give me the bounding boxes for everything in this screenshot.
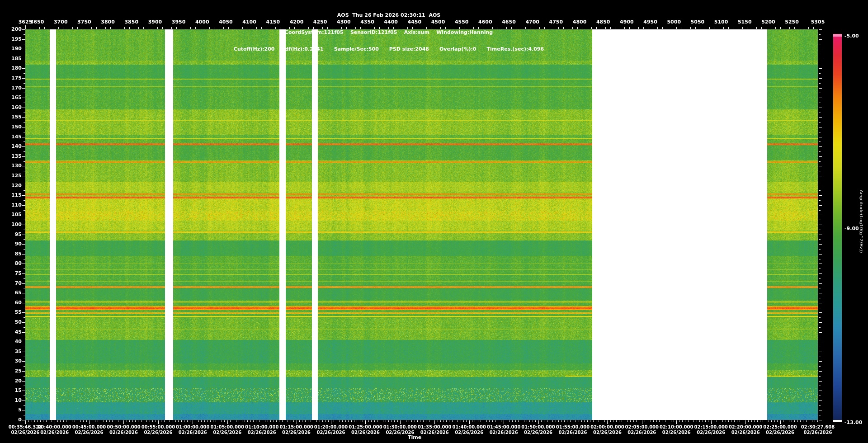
top-axis-tick-label: 4400 [384,19,398,25]
top-axis-tick-label: 4500 [431,19,445,25]
top-axis-tick-label: 4650 [502,19,516,25]
bottom-axis-date-label: 02/26/2026 [179,430,207,435]
top-axis-tick-label: 4050 [219,19,233,25]
left-axis-tick-label: 115 [5,193,22,198]
left-axis-tick-label: 145 [5,134,22,140]
top-axis-tick-label: 5250 [785,19,799,25]
left-axis-tick-label: 65 [5,290,22,296]
top-axis-tick-label: 5000 [667,19,681,25]
bottom-axis-date-label: 02/26/2026 [490,430,518,435]
header: AOS Thu 26 Feb 2026 02:30:11 AOS CoordSy… [0,1,778,58]
left-axis-tick-label: 180 [5,66,22,71]
colorbar-tick-min: -13.00 [844,420,862,425]
top-axis-tick-label: 4550 [455,19,469,25]
top-axis-tick-label: 3850 [124,19,138,25]
top-axis-tick-label: 4950 [643,19,657,25]
bottom-axis-time-label: 01:40:00.000 [453,424,486,429]
bottom-axis-date-label: 02/26/2026 [524,430,552,435]
top-axis-tick-label: 3900 [148,19,162,25]
top-axis-tick-label: 3750 [77,19,91,25]
bottom-axis-time-label: 00:55:00.000 [142,424,175,429]
bottom-axis-date-label: 02/26/2026 [351,430,380,435]
left-axis-tick-label: 0 [5,417,22,423]
top-axis-tick-label: 4850 [596,19,610,25]
left-axis-tick-label: 185 [5,56,22,61]
left-axis-tick-label: 120 [5,183,22,189]
bottom-axis-time-label: 01:20:00.000 [314,424,348,429]
top-axis-tick-label: 4900 [620,19,634,25]
left-axis-tick-label: 5 [5,407,22,413]
bottom-axis-date-label: 02/26/2026 [213,430,241,435]
bottom-axis-date-label: 02/26/2026 [662,430,691,435]
bottom-axis-time-label: 02:30:27.608 [801,424,835,429]
left-axis-tick-label: 10 [5,398,22,403]
top-axis-tick-label: 4250 [313,19,327,25]
top-axis-tick-label: 4600 [478,19,492,25]
top-axis-tick-label: 4350 [360,19,374,25]
bottom-axis-time-label: 01:30:00.000 [383,424,417,429]
bottom-axis-date-label: 02/26/2026 [455,430,483,435]
top-axis-tick-label: 5150 [738,19,752,25]
aos-spectrogram-screen: { "window": { "bg_color": "#000000", "te… [0,0,868,443]
colorbar-axis-title: Amplitude(Log10(g^2/Hz)) [859,190,864,253]
left-axis-tick-label: 155 [5,114,22,120]
left-axis-tick-label: 25 [5,368,22,374]
bottom-axis-time-label: 00:45:00.000 [72,424,106,429]
left-axis-tick-label: 90 [5,241,22,247]
bottom-axis-time-label: 02:00:00.000 [590,424,624,429]
bottom-axis-date-label: 02/26/2026 [697,430,725,435]
bottom-axis-date-label: 02/26/2026 [11,430,40,435]
colorbar-tick-max: -5.00 [844,33,859,39]
top-axis-tick-label: 4300 [337,19,351,25]
left-axis-tick-label: 15 [5,388,22,393]
bottom-axis-time-label: 02:10:00.000 [660,424,693,429]
bottom-axis-time-label: 01:10:00.000 [245,424,278,429]
header-params-line1: CoordSystem:121f05 SensorID:121f05 Axis:… [0,30,778,36]
bottom-axis-time-label: 00:40:00.000 [38,424,71,429]
left-axis-tick-label: 75 [5,271,22,276]
top-axis-tick-label: 5200 [761,19,775,25]
top-axis-tick-label: 3800 [101,19,115,25]
bottom-axis-time-label: 01:05:00.000 [211,424,244,429]
bottom-axis-date-label: 02/26/2026 [144,430,172,435]
left-axis-tick-label: 45 [5,330,22,335]
left-axis-tick-label: 20 [5,378,22,384]
top-axis-tick-label: 4200 [290,19,304,25]
bottom-axis-date-label: 02/26/2026 [804,430,832,435]
left-axis-tick-label: 35 [5,349,22,354]
left-axis-tick-label: 100 [5,222,22,227]
bottom-axis-time-label: 00:50:00.000 [107,424,140,429]
bottom-axis-date-label: 02/26/2026 [248,430,276,435]
top-axis-tick-label: 4100 [242,19,256,25]
bottom-axis-date-label: 02/26/2026 [593,430,622,435]
x-axis-title: Time [408,434,421,440]
left-axis-tick-label: 60 [5,300,22,306]
bottom-axis-date-label: 02/26/2026 [109,430,138,435]
bottom-axis-date-label: 02/26/2026 [282,430,311,435]
left-axis-tick-label: 110 [5,203,22,208]
bottom-axis-time-label: 01:25:00.000 [349,424,382,429]
left-axis-tick-label: 200 [5,27,22,32]
top-axis-tick-label: 4150 [266,19,280,25]
header-title: AOS Thu 26 Feb 2026 02:30:11 AOS [0,13,778,19]
left-axis-tick-label: 170 [5,85,22,91]
left-axis-tick-label: 85 [5,251,22,257]
top-axis-tick-label: 3700 [54,19,68,25]
bottom-axis-date-label: 02/26/2026 [75,430,104,435]
left-axis-tick-label: 135 [5,154,22,159]
left-axis-tick-label: 140 [5,144,22,149]
bottom-axis-time-label: 01:55:00.000 [556,424,590,429]
top-axis-tick-label: 4000 [195,19,209,25]
left-axis-tick-label: 40 [5,339,22,344]
left-axis-tick-label: 70 [5,281,22,286]
top-axis-tick-label: 5050 [691,19,705,25]
top-axis-tick-label: 4700 [525,19,539,25]
left-axis-tick-label: 195 [5,37,22,42]
bottom-axis-time-label: 02:05:00.000 [625,424,659,429]
bottom-axis-time-label: 01:50:00.000 [521,424,555,429]
left-axis-tick-label: 80 [5,261,22,266]
top-axis-tick-label: 3950 [172,19,186,25]
header-params-line2: Cutoff(Hz):200 df(Hz):0.2441 Sample/Sec:… [0,47,778,52]
bottom-axis-time-label: 01:35:00.000 [418,424,451,429]
left-axis-tick-label: 125 [5,173,22,179]
